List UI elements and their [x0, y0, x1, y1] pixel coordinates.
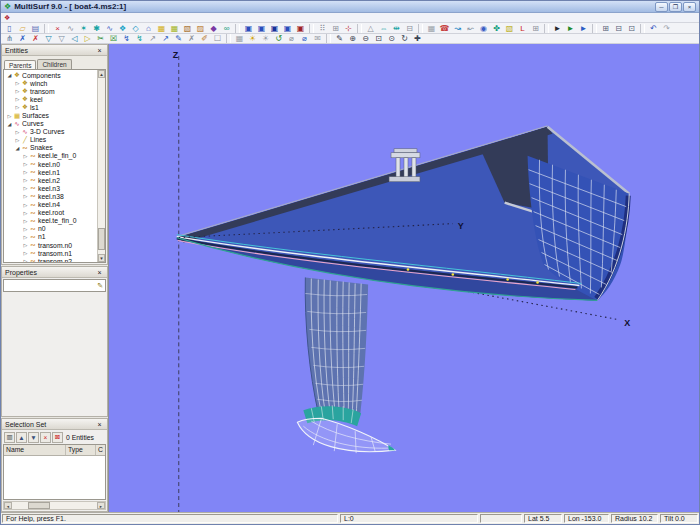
tree-item[interactable]: ▷ ∾ n1: [4, 233, 97, 241]
tree-item[interactable]: ▷ ∾ n0: [4, 225, 97, 233]
tree-item[interactable]: ▷ ∾ keel.te_fin_0: [4, 217, 97, 225]
untrim-button[interactable]: ✗: [16, 34, 29, 44]
offset-button[interactable]: ↗: [146, 34, 159, 44]
expand-arrow-icon[interactable]: ▷: [22, 258, 29, 263]
refresh-view-button[interactable]: ↺: [272, 34, 285, 44]
expand-arrow-icon[interactable]: ▷: [14, 80, 21, 86]
view-perspective-button[interactable]: ▣: [281, 23, 294, 33]
expand-arrow-icon[interactable]: ▷: [14, 96, 21, 102]
expand-arrow-icon[interactable]: ▷: [22, 169, 29, 175]
sketch-button[interactable]: ✐: [198, 34, 211, 44]
render-quality-button[interactable]: ✤: [490, 23, 503, 33]
view-shaded-button[interactable]: ▣: [255, 23, 268, 33]
pan-view-button[interactable]: ✚: [411, 34, 424, 44]
tree-item[interactable]: ◢ ∿ Curves: [4, 120, 97, 128]
move-down-button[interactable]: ▼: [28, 432, 39, 443]
redo-button[interactable]: ↷: [660, 23, 673, 33]
tree-item[interactable]: ▷ ∾ keel.n1: [4, 168, 97, 176]
close-button[interactable]: ×: [683, 2, 696, 12]
wireframe-mode-button[interactable]: △: [364, 23, 377, 33]
fair-curve-button[interactable]: ↝: [451, 23, 464, 33]
show-marked-button[interactable]: ⌀: [298, 34, 311, 44]
expand-arrow-icon[interactable]: ▷: [22, 218, 29, 224]
3d-viewport[interactable]: Z Y X: [109, 44, 699, 512]
expand-arrow-icon[interactable]: ▷: [14, 137, 21, 143]
tree-scrollbar[interactable]: ▲ ▼: [97, 70, 105, 262]
scroll-left-icon[interactable]: ◂: [4, 502, 12, 509]
expand-arrow-icon[interactable]: ▷: [22, 210, 29, 216]
undo-button[interactable]: ↶: [647, 23, 660, 33]
insert-mesh-button[interactable]: ▦: [168, 23, 181, 33]
move-up-button[interactable]: ▲: [16, 432, 27, 443]
expand-arrow-icon[interactable]: ▷: [22, 226, 29, 232]
selection-hscrollbar[interactable]: ◂ ▸: [3, 501, 106, 510]
clear-set-button[interactable]: ⊠: [52, 432, 63, 443]
rotate-ccw-button[interactable]: ◁: [68, 34, 81, 44]
window-split-button[interactable]: ⊡: [625, 23, 638, 33]
view-wireframe-button[interactable]: ▣: [242, 23, 255, 33]
materials-button[interactable]: ▧: [503, 23, 516, 33]
column-type[interactable]: Type: [66, 445, 96, 455]
hide-marked-button[interactable]: ⌀: [285, 34, 298, 44]
delete-entity-button[interactable]: ×: [51, 23, 64, 33]
maximize-button[interactable]: ❐: [669, 2, 682, 12]
remove-item-button[interactable]: ×: [40, 432, 51, 443]
tree-item[interactable]: ▷ ❖ ls1: [4, 103, 97, 111]
zoom-in-button[interactable]: ⊕: [346, 34, 359, 44]
visibility-off-button[interactable]: ☀: [259, 34, 272, 44]
measure-curve-button[interactable]: ↜: [464, 23, 477, 33]
grid-lines-button[interactable]: ⊞: [329, 23, 342, 33]
tree-scrollbar-thumb[interactable]: [98, 228, 105, 250]
tree-item[interactable]: ◢ ❖ Components: [4, 71, 97, 79]
insert-point-button[interactable]: ◇: [129, 23, 142, 33]
tree-item[interactable]: ▷ ❖ winch: [4, 79, 97, 87]
select-pointer-button[interactable]: ►: [551, 23, 564, 33]
tab-children[interactable]: Children: [37, 59, 71, 69]
column-name[interactable]: Name: [4, 445, 66, 455]
expand-arrow-icon[interactable]: ▷: [22, 234, 29, 240]
expand-arrow-icon[interactable]: ▷: [22, 185, 29, 191]
tree-item[interactable]: ▷ ╱ Lines: [4, 136, 97, 144]
show-all-button[interactable]: ▦: [233, 34, 246, 44]
zoom-window-button[interactable]: ⊡: [372, 34, 385, 44]
tree-item[interactable]: ▷ ∾ transom.n2: [4, 257, 97, 263]
tree-item[interactable]: ◢ ∾ Snakes: [4, 144, 97, 152]
insert-snake-button[interactable]: ✶: [77, 23, 90, 33]
window-new-button[interactable]: ⊞: [599, 23, 612, 33]
rotate-cw-button[interactable]: ▷: [81, 34, 94, 44]
select-add-button[interactable]: ►: [564, 23, 577, 33]
tree-item[interactable]: ▷ ∾ keel.n3: [4, 184, 97, 192]
expand-arrow-icon[interactable]: ◢: [6, 72, 13, 78]
flip-u-button[interactable]: ▽: [42, 34, 55, 44]
column-color[interactable]: C: [96, 445, 106, 455]
insert-frame-button[interactable]: ⌂: [142, 23, 155, 33]
expand-arrows-button[interactable]: ⇔: [377, 23, 390, 33]
compress-arrows-button[interactable]: ⇹: [390, 23, 403, 33]
entities-close-icon[interactable]: ×: [95, 47, 104, 54]
tree-item[interactable]: ▷ ∾ keel.n0: [4, 160, 97, 168]
expand-arrow-icon[interactable]: ▷: [14, 129, 21, 135]
expand-arrow-icon[interactable]: ▷: [14, 104, 21, 110]
insert-contour-button[interactable]: ∞: [220, 23, 233, 33]
expand-arrow-icon[interactable]: ▷: [14, 88, 21, 94]
insert-volume-button[interactable]: ▨: [194, 23, 207, 33]
bounds-button[interactable]: ☐: [211, 34, 224, 44]
insert-surface-button[interactable]: ▦: [155, 23, 168, 33]
camera-button[interactable]: ◉: [477, 23, 490, 33]
insert-ring-button[interactable]: ❖: [116, 23, 129, 33]
properties-edit-icon[interactable]: ✎: [97, 282, 105, 290]
copy-button[interactable]: ↗: [159, 34, 172, 44]
rotate-view-button[interactable]: ↻: [398, 34, 411, 44]
visibility-on-button[interactable]: ☀: [246, 34, 259, 44]
merge-button[interactable]: ☒: [107, 34, 120, 44]
tree-item[interactable]: ▷ ∿ 3-D Curves: [4, 128, 97, 136]
knit-button[interactable]: ⋔: [3, 34, 16, 44]
tree-item[interactable]: ▷ ∾ keel.root: [4, 209, 97, 217]
flip-v-button[interactable]: ▽: [55, 34, 68, 44]
split-button[interactable]: ✂: [94, 34, 107, 44]
hydrostatics-button[interactable]: ▦: [425, 23, 438, 33]
tree-item[interactable]: ▷ ∾ keel.n38: [4, 192, 97, 200]
window-tile-button[interactable]: ⊟: [612, 23, 625, 33]
tree-item[interactable]: ▷ ❖ keel: [4, 95, 97, 103]
grid-points-button[interactable]: ⠿: [316, 23, 329, 33]
